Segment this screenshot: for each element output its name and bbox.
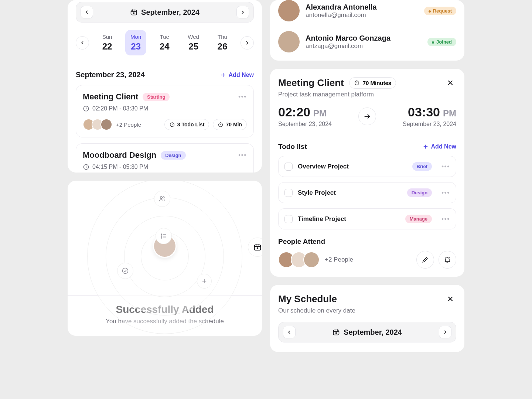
todo-item[interactable]: Overview Project Brief •••: [278, 156, 456, 177]
next-month-button[interactable]: [236, 6, 249, 18]
event-tag: Design: [161, 151, 185, 160]
todo-tag: Manage: [405, 215, 432, 223]
arrow-icon: [358, 108, 376, 125]
checkbox[interactable]: [284, 163, 293, 171]
add-event-button[interactable]: Add New: [220, 72, 254, 78]
todo-item[interactable]: Style Project Design •••: [278, 182, 456, 203]
day-item[interactable]: Tue24: [154, 30, 175, 55]
svg-rect-4: [133, 13, 134, 14]
svg-point-16: [163, 197, 164, 198]
svg-line-42: [445, 257, 446, 258]
svg-line-43: [449, 257, 450, 258]
day-strip: Sun22 Mon23 Tue24 Wed25 Thu26: [76, 30, 254, 55]
person-email: antonella@gmail.com: [306, 11, 377, 19]
chevron-right-icon: [244, 40, 250, 46]
todo-section-title: Todo list: [278, 143, 307, 151]
detail-subtitle: Project task management platform: [278, 91, 456, 98]
selected-date-header: September 23, 2024 Add New: [76, 71, 254, 79]
bell-icon: [444, 256, 451, 263]
event-card[interactable]: Moodboard Design Design ••• 04:15 PM - 0…: [76, 143, 254, 173]
avatar: [278, 0, 300, 21]
person-row[interactable]: Antonio Marco Gonzaga antzaga@gmail.com: [278, 31, 391, 52]
status-badge: Request: [424, 7, 456, 15]
close-button[interactable]: [444, 293, 456, 305]
checkbox[interactable]: [284, 189, 293, 197]
check-icon: [117, 263, 133, 279]
divider: [278, 135, 456, 135]
list-icon: [156, 228, 172, 244]
event-time: 04:15 PM - 05:30 PM: [92, 164, 148, 170]
divider: [76, 63, 254, 63]
day-item[interactable]: Wed25: [183, 30, 204, 55]
day-item[interactable]: Sun22: [97, 30, 117, 55]
close-button[interactable]: [444, 77, 456, 89]
duration-pill: 70 Min: [213, 119, 247, 130]
status-badge: Joined: [427, 38, 456, 46]
notify-button[interactable]: [439, 251, 456, 269]
avatar: [278, 31, 300, 52]
svg-point-21: [161, 234, 162, 235]
person-name: Alexandra Antonella: [306, 3, 377, 11]
calendar-icon: [332, 328, 340, 336]
todo-tag: Brief: [412, 162, 432, 171]
avatar: [303, 252, 320, 268]
event-title: Meeting Client: [83, 92, 138, 102]
schedule-title: My Schedule: [278, 293, 337, 305]
event-more-button[interactable]: •••: [238, 152, 247, 158]
chevron-left-icon: [84, 9, 90, 15]
edit-button[interactable]: [416, 251, 434, 269]
plus-people-text: +2 People: [116, 122, 141, 128]
svg-rect-50: [336, 332, 337, 334]
svg-rect-28: [257, 248, 258, 249]
plus-icon: [220, 72, 226, 78]
success-card: Successfully Added You have successfully…: [68, 181, 262, 336]
event-more-button[interactable]: •••: [238, 93, 247, 100]
schedule-card: My Schedule Our schedule on every date S…: [270, 285, 464, 352]
prev-month-button[interactable]: [81, 6, 93, 18]
stopwatch-icon: [218, 122, 224, 127]
close-icon: [446, 295, 454, 303]
users-icon: [154, 191, 170, 207]
schedule-subtitle: Our schedule on every date: [278, 307, 456, 314]
month-selector: September, 2024: [76, 2, 254, 23]
close-icon: [446, 79, 454, 87]
schedule-month-selector: September, 2024: [278, 322, 456, 342]
event-tag: Starting: [143, 93, 170, 101]
todo-title: Style Project: [298, 189, 402, 197]
svg-point-15: [160, 197, 162, 198]
svg-point-11: [219, 123, 223, 127]
event-title: Moodboard Design: [83, 150, 156, 160]
event-time: 02:20 PM - 03:30 PM: [92, 105, 148, 112]
todo-title: Overview Project: [298, 163, 407, 170]
todo-more-button[interactable]: •••: [441, 190, 450, 196]
prev-month-button[interactable]: [283, 326, 296, 338]
plus-people-text: +2 People: [325, 256, 353, 263]
clock-icon: [83, 164, 89, 170]
todo-more-button[interactable]: •••: [441, 163, 450, 170]
calendar-card: September, 2024 Sun22 Mon23 Tue24 Wed25 …: [68, 0, 262, 173]
todo-more-button[interactable]: •••: [441, 216, 450, 222]
stopwatch-icon: [169, 122, 175, 127]
calendar-icon: [248, 238, 262, 257]
add-todo-button[interactable]: Add New: [422, 143, 456, 150]
chevron-right-icon: [442, 329, 448, 335]
next-days-button[interactable]: [241, 36, 254, 50]
chevron-right-icon: [240, 9, 246, 15]
selected-date-text: September 23, 2024: [76, 71, 145, 79]
svg-point-22: [161, 236, 162, 236]
todo-count-pill: 3 Todo List: [164, 119, 209, 130]
person-row[interactable]: Alexandra Antonella antonella@gmail.com: [278, 0, 377, 21]
attendee-avatars: [83, 119, 112, 130]
day-item-selected[interactable]: Mon23: [125, 30, 146, 55]
chevron-left-icon: [286, 329, 292, 335]
person-name: Antonio Marco Gonzaga: [306, 34, 391, 42]
day-item[interactable]: Thu26: [212, 30, 233, 55]
chevron-left-icon: [79, 40, 85, 46]
checkbox[interactable]: [284, 215, 293, 223]
todo-title: Timeline Project: [298, 215, 400, 223]
meeting-detail-card: Meeting Client 70 Minutes Project task m…: [270, 69, 464, 277]
event-card[interactable]: Meeting Client Starting ••• 02:20 PM - 0…: [76, 85, 254, 137]
prev-days-button[interactable]: [76, 36, 89, 50]
next-month-button[interactable]: [439, 326, 451, 338]
todo-item[interactable]: Timeline Project Manage •••: [278, 208, 456, 229]
